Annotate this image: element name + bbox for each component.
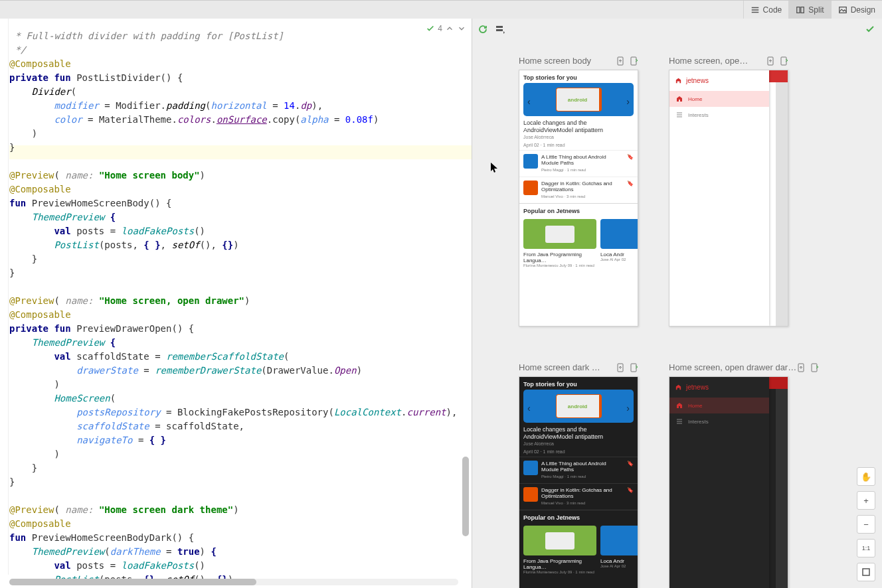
bookmark-icon[interactable]: 🔖 [627,461,634,467]
refresh-icon[interactable] [478,24,488,35]
editor-horizontal-scrollbar[interactable] [9,579,458,585]
post-row[interactable]: Dagger in Kotlin: Gotchas and Optimizati… [519,483,638,510]
popular-carousel[interactable]: From Java Programming Langua… Florina Mu… [519,523,638,577]
hero-title[interactable]: Locale changes and the AndroidViewModel … [519,423,638,441]
deploy-icon[interactable] [616,56,625,66]
android-device-graphic: android [556,394,602,418]
zoom-out-button[interactable]: − [857,515,875,534]
post-row[interactable]: A Little Thing about Android Module Path… [519,150,638,177]
post-meta: Pietro Maggi · 1 min read [541,474,624,480]
view-code-label: Code [763,5,782,15]
post-row[interactable]: Dagger in Kotlin: Gotchas and Optimizati… [519,177,638,203]
preview-title-row: Home screen, ope… [669,56,788,66]
zoom-controls: ✋ + − 1:1 [857,467,875,581]
fit-icon [861,567,871,577]
list-icon [750,5,760,15]
post-meta: Manuel Vivo · 3 min read [541,194,624,200]
popular-carousel[interactable]: From Java Programming Langua… Florina Mu… [519,216,638,270]
preview-device-drawer-dark[interactable]: jetnews Home Interests [669,376,788,588]
preview-status [865,24,875,37]
popular-card[interactable]: Loca Andr Jose Al Apr 02 [600,526,638,574]
zoom-actual-label: 1:1 [862,545,871,551]
drawer-item-interests[interactable]: Interests [669,107,769,123]
card-title: Loca Andr [600,252,638,257]
card-meta: Jose Al Apr 02 [600,564,638,568]
drawer-item-home[interactable]: Home [669,91,769,107]
plus-icon: + [863,496,869,506]
deploy-icon[interactable] [766,56,775,66]
checkmark-icon [865,24,875,35]
hand-icon: ✋ [861,472,871,482]
hero-image[interactable]: ‹ android › [523,390,634,423]
section-header: Top stories for you [519,70,638,83]
interactive-icon[interactable] [629,56,638,66]
hero-image[interactable]: ‹ android › [523,83,634,116]
view-split-label: Split [808,5,824,15]
post-title: A Little Thing about Android Module Path… [541,461,624,473]
drawer-item-label: Home [688,403,702,409]
list-icon [676,418,683,425]
view-design-label: Design [851,5,875,15]
view-code-button[interactable]: Code [743,1,789,19]
hero-meta: April 02 · 1 min read [519,449,638,457]
zoom-in-button[interactable]: + [857,491,875,510]
preview-title: Home screen, open drawer dar… [669,362,796,372]
minus-icon: − [863,520,869,530]
code-content[interactable]: * Full-width divider with padding for [P… [9,29,472,565]
drawer-brand: jetnews [669,377,769,398]
interactive-icon[interactable] [779,56,788,66]
chevron-left-icon: ‹ [527,403,531,413]
bookmark-icon[interactable]: 🔖 [627,181,634,186]
zoom-fit-button[interactable] [857,563,875,581]
hero-author: Jose Alcérreca [519,441,638,449]
svg-rect-6 [631,57,636,65]
jetnews-logo-icon [675,77,682,84]
view-split-button[interactable]: Split [788,1,830,19]
view-design-button[interactable]: Design [831,1,882,19]
preview-drawer-dark: Home screen, open drawer dar… jetnews Ho… [669,362,819,588]
jetnews-logo-icon [675,384,682,391]
drawer-item-interests[interactable]: Interests [669,413,769,429]
post-row[interactable]: A Little Thing about Android Module Path… [519,457,638,483]
code-editor[interactable]: 4 * Full-width divider with padding for … [0,19,472,588]
chevron-left-icon: ‹ [527,96,531,107]
post-title: Dagger in Kotlin: Gotchas and Optimizati… [541,487,624,499]
post-meta: Pietro Maggi · 1 min read [541,167,624,173]
scrollbar-thumb[interactable] [9,579,256,585]
popular-card[interactable]: From Java Programming Langua… Florina Mu… [523,526,596,574]
interactive-icon[interactable] [810,363,819,372]
scrim [776,389,788,588]
nav-drawer: jetnews Home Interests [669,377,769,588]
preview-device-drawer[interactable]: jetnews Home Interests [669,70,788,327]
deploy-icon[interactable] [616,363,625,372]
drawer-item-label: Interests [688,419,709,425]
bookmark-icon[interactable]: 🔖 [627,487,634,493]
deploy-icon[interactable] [796,363,806,372]
zoom-actual-button[interactable]: 1:1 [857,539,875,557]
app-bar [769,377,788,389]
drawer-brand-text: jetnews [686,384,709,391]
preview-title: Home screen, ope… [669,56,748,66]
hero-meta: April 02 · 1 min read [519,142,638,150]
popular-card[interactable]: Loca Andr Jose Al Apr 02 [600,219,638,267]
editor-gutter[interactable] [0,19,9,575]
home-icon [676,402,683,409]
drawer-item-label: Interests [688,112,709,118]
scrollbar-thumb[interactable] [462,457,469,536]
interactive-icon[interactable] [629,363,638,372]
svg-rect-0 [797,7,800,13]
card-title: From Java Programming Langua… [523,252,596,263]
bookmark-icon[interactable]: 🔖 [627,154,634,160]
view-mode-bar: Code Split Design [0,0,882,20]
popular-card[interactable]: From Java Programming Langua… Florina Mu… [523,219,596,267]
card-meta: Florina Muntenescu July 09 · 1 min read [523,263,596,267]
preview-device-dark[interactable]: Top stories for you ‹ android › Locale c… [519,376,638,588]
settings-icon[interactable] [495,24,505,35]
hero-title[interactable]: Locale changes and the AndroidViewModel … [519,116,638,134]
preview-device-light[interactable]: Top stories for you ‹ android › Locale c… [519,70,638,327]
drawer-item-home[interactable]: Home [669,398,769,413]
pan-button[interactable]: ✋ [857,467,875,486]
card-title: From Java Programming Langua… [523,558,596,570]
editor-vertical-scrollbar[interactable] [462,45,469,575]
preview-drawer-light: Home screen, ope… jetnews Home [669,56,788,327]
